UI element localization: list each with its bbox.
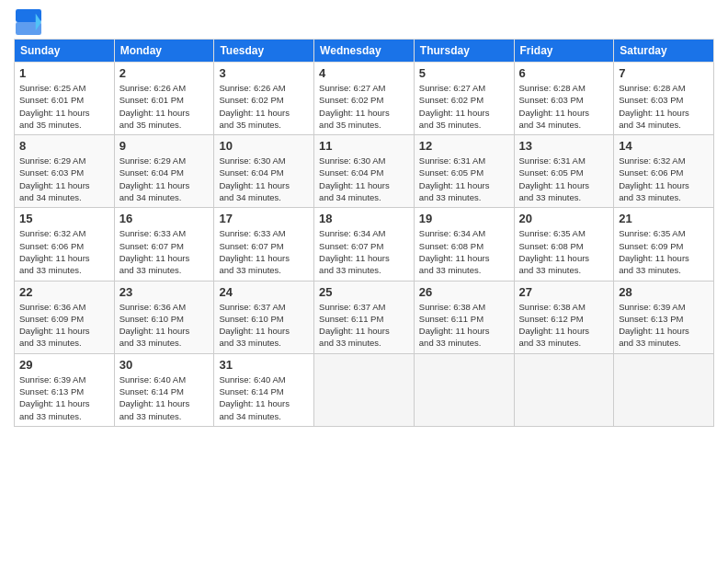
calendar-cell: 2Sunrise: 6:26 AM Sunset: 6:01 PM Daylig… xyxy=(114,63,214,135)
day-info: Sunrise: 6:25 AM Sunset: 6:01 PM Dayligh… xyxy=(19,82,109,131)
day-info: Sunrise: 6:31 AM Sunset: 6:05 PM Dayligh… xyxy=(519,155,609,203)
day-info: Sunrise: 6:37 AM Sunset: 6:10 PM Dayligh… xyxy=(219,301,309,350)
day-number: 22 xyxy=(19,285,109,299)
day-info: Sunrise: 6:32 AM Sunset: 6:06 PM Dayligh… xyxy=(19,227,109,276)
day-info: Sunrise: 6:35 AM Sunset: 6:08 PM Dayligh… xyxy=(519,227,609,276)
day-info: Sunrise: 6:28 AM Sunset: 6:03 PM Dayligh… xyxy=(519,82,609,131)
calendar-cell: 25Sunrise: 6:37 AM Sunset: 6:11 PM Dayli… xyxy=(314,281,415,353)
calendar-cell: 20Sunrise: 6:35 AM Sunset: 6:08 PM Dayli… xyxy=(514,208,614,281)
day-info: Sunrise: 6:32 AM Sunset: 6:06 PM Dayligh… xyxy=(619,155,709,203)
day-info: Sunrise: 6:37 AM Sunset: 6:11 PM Dayligh… xyxy=(319,301,409,350)
day-info: Sunrise: 6:38 AM Sunset: 6:11 PM Dayligh… xyxy=(419,301,509,350)
calendar-cell: 27Sunrise: 6:38 AM Sunset: 6:12 PM Dayli… xyxy=(514,281,614,353)
day-info: Sunrise: 6:38 AM Sunset: 6:12 PM Dayligh… xyxy=(519,301,609,350)
calendar-cell xyxy=(314,353,415,426)
day-info: Sunrise: 6:31 AM Sunset: 6:05 PM Dayligh… xyxy=(419,155,509,203)
col-header-friday: Friday xyxy=(514,40,614,63)
day-info: Sunrise: 6:33 AM Sunset: 6:07 PM Dayligh… xyxy=(119,227,210,276)
day-info: Sunrise: 6:34 AM Sunset: 6:08 PM Dayligh… xyxy=(419,227,509,276)
day-info: Sunrise: 6:29 AM Sunset: 6:04 PM Dayligh… xyxy=(119,155,210,203)
day-number: 5 xyxy=(419,66,509,80)
calendar-cell: 9Sunrise: 6:29 AM Sunset: 6:04 PM Daylig… xyxy=(114,135,214,208)
day-number: 26 xyxy=(419,285,509,299)
calendar-cell: 6Sunrise: 6:28 AM Sunset: 6:03 PM Daylig… xyxy=(514,63,614,135)
day-number: 1 xyxy=(19,66,109,80)
day-number: 6 xyxy=(519,66,609,80)
day-number: 28 xyxy=(619,285,709,299)
main-container: SundayMondayTuesdayWednesdayThursdayFrid… xyxy=(0,0,728,436)
calendar-cell: 12Sunrise: 6:31 AM Sunset: 6:05 PM Dayli… xyxy=(414,135,514,208)
day-number: 13 xyxy=(519,139,609,153)
day-number: 31 xyxy=(219,358,309,372)
calendar-cell: 24Sunrise: 6:37 AM Sunset: 6:10 PM Dayli… xyxy=(214,281,314,353)
day-info: Sunrise: 6:27 AM Sunset: 6:02 PM Dayligh… xyxy=(319,82,409,131)
calendar-cell xyxy=(614,353,714,426)
logo-icon xyxy=(16,9,41,35)
day-number: 16 xyxy=(119,212,210,225)
calendar-cell: 8Sunrise: 6:29 AM Sunset: 6:03 PM Daylig… xyxy=(15,135,115,208)
calendar-cell: 16Sunrise: 6:33 AM Sunset: 6:07 PM Dayli… xyxy=(114,208,214,281)
day-number: 8 xyxy=(19,139,109,153)
day-info: Sunrise: 6:26 AM Sunset: 6:02 PM Dayligh… xyxy=(219,82,309,131)
day-number: 21 xyxy=(619,212,709,225)
day-info: Sunrise: 6:40 AM Sunset: 6:14 PM Dayligh… xyxy=(219,373,309,422)
col-header-tuesday: Tuesday xyxy=(214,40,314,63)
day-info: Sunrise: 6:39 AM Sunset: 6:13 PM Dayligh… xyxy=(619,301,709,350)
day-number: 3 xyxy=(219,66,309,80)
calendar-cell: 13Sunrise: 6:31 AM Sunset: 6:05 PM Dayli… xyxy=(514,135,614,208)
calendar-cell: 19Sunrise: 6:34 AM Sunset: 6:08 PM Dayli… xyxy=(414,208,514,281)
calendar-cell: 21Sunrise: 6:35 AM Sunset: 6:09 PM Dayli… xyxy=(614,208,714,281)
calendar-week-1: 1Sunrise: 6:25 AM Sunset: 6:01 PM Daylig… xyxy=(15,63,714,135)
calendar-table: SundayMondayTuesdayWednesdayThursdayFrid… xyxy=(14,39,714,427)
logo xyxy=(14,9,45,35)
calendar-cell: 15Sunrise: 6:32 AM Sunset: 6:06 PM Dayli… xyxy=(15,208,115,281)
day-info: Sunrise: 6:36 AM Sunset: 6:09 PM Dayligh… xyxy=(19,301,109,350)
calendar-cell: 28Sunrise: 6:39 AM Sunset: 6:13 PM Dayli… xyxy=(614,281,714,353)
day-number: 27 xyxy=(519,285,609,299)
col-header-saturday: Saturday xyxy=(614,40,714,63)
day-number: 23 xyxy=(119,285,210,299)
day-number: 10 xyxy=(219,139,309,153)
day-number: 4 xyxy=(319,66,409,80)
calendar-cell: 7Sunrise: 6:28 AM Sunset: 6:03 PM Daylig… xyxy=(614,63,714,135)
day-number: 24 xyxy=(219,285,309,299)
day-info: Sunrise: 6:36 AM Sunset: 6:10 PM Dayligh… xyxy=(119,301,210,350)
calendar-cell: 31Sunrise: 6:40 AM Sunset: 6:14 PM Dayli… xyxy=(214,353,314,426)
day-number: 7 xyxy=(619,66,709,80)
calendar-cell: 4Sunrise: 6:27 AM Sunset: 6:02 PM Daylig… xyxy=(314,63,415,135)
day-info: Sunrise: 6:39 AM Sunset: 6:13 PM Dayligh… xyxy=(19,373,109,422)
calendar-cell: 22Sunrise: 6:36 AM Sunset: 6:09 PM Dayli… xyxy=(15,281,115,353)
day-info: Sunrise: 6:30 AM Sunset: 6:04 PM Dayligh… xyxy=(319,155,409,203)
calendar-week-5: 29Sunrise: 6:39 AM Sunset: 6:13 PM Dayli… xyxy=(15,353,714,426)
calendar-cell: 1Sunrise: 6:25 AM Sunset: 6:01 PM Daylig… xyxy=(15,63,115,135)
calendar-week-3: 15Sunrise: 6:32 AM Sunset: 6:06 PM Dayli… xyxy=(15,208,714,281)
calendar-cell: 3Sunrise: 6:26 AM Sunset: 6:02 PM Daylig… xyxy=(214,63,314,135)
day-number: 2 xyxy=(119,66,210,80)
calendar-cell xyxy=(414,353,514,426)
calendar-cell: 30Sunrise: 6:40 AM Sunset: 6:14 PM Dayli… xyxy=(114,353,214,426)
day-info: Sunrise: 6:33 AM Sunset: 6:07 PM Dayligh… xyxy=(219,227,309,276)
header xyxy=(14,9,714,35)
day-info: Sunrise: 6:34 AM Sunset: 6:07 PM Dayligh… xyxy=(319,227,409,276)
calendar-cell xyxy=(514,353,614,426)
calendar-cell: 23Sunrise: 6:36 AM Sunset: 6:10 PM Dayli… xyxy=(114,281,214,353)
day-number: 20 xyxy=(519,212,609,225)
calendar-cell: 26Sunrise: 6:38 AM Sunset: 6:11 PM Dayli… xyxy=(414,281,514,353)
day-number: 30 xyxy=(119,358,210,372)
col-header-monday: Monday xyxy=(114,40,214,63)
col-header-wednesday: Wednesday xyxy=(314,40,415,63)
day-number: 12 xyxy=(419,139,509,153)
day-info: Sunrise: 6:28 AM Sunset: 6:03 PM Dayligh… xyxy=(619,82,709,131)
col-header-thursday: Thursday xyxy=(414,40,514,63)
col-header-sunday: Sunday xyxy=(15,40,115,63)
day-info: Sunrise: 6:26 AM Sunset: 6:01 PM Dayligh… xyxy=(119,82,210,131)
calendar-cell: 14Sunrise: 6:32 AM Sunset: 6:06 PM Dayli… xyxy=(614,135,714,208)
day-number: 9 xyxy=(119,139,210,153)
day-number: 11 xyxy=(319,139,409,153)
calendar-week-2: 8Sunrise: 6:29 AM Sunset: 6:03 PM Daylig… xyxy=(15,135,714,208)
calendar-cell: 17Sunrise: 6:33 AM Sunset: 6:07 PM Dayli… xyxy=(214,208,314,281)
day-number: 14 xyxy=(619,139,709,153)
day-info: Sunrise: 6:35 AM Sunset: 6:09 PM Dayligh… xyxy=(619,227,709,276)
day-number: 17 xyxy=(219,212,309,225)
calendar-cell: 18Sunrise: 6:34 AM Sunset: 6:07 PM Dayli… xyxy=(314,208,415,281)
